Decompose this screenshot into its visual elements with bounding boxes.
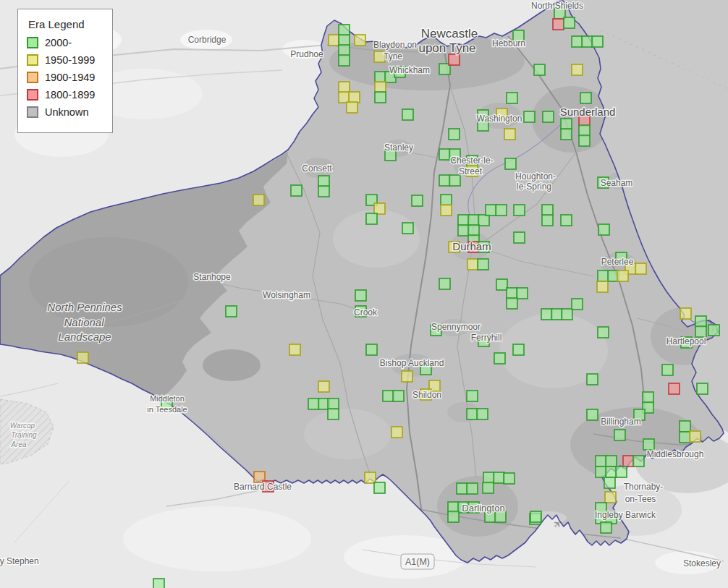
era-square[interactable] <box>339 45 350 56</box>
era-square[interactable] <box>551 309 562 320</box>
era-square[interactable] <box>318 176 329 187</box>
era-square[interactable] <box>318 186 329 197</box>
era-square[interactable] <box>530 511 541 522</box>
era-square[interactable] <box>449 54 460 65</box>
era-square[interactable] <box>524 111 535 122</box>
era-square[interactable] <box>542 215 553 226</box>
era-square[interactable] <box>347 102 357 113</box>
era-square[interactable] <box>374 203 385 214</box>
era-square[interactable] <box>614 430 625 440</box>
era-square[interactable] <box>402 109 413 120</box>
era-square[interactable] <box>383 391 394 401</box>
era-square[interactable] <box>504 129 515 140</box>
era-square[interactable] <box>328 409 339 419</box>
era-square[interactable] <box>513 344 524 355</box>
era-square[interactable] <box>391 427 402 438</box>
era-square[interactable] <box>467 391 478 401</box>
era-square[interactable] <box>587 409 598 420</box>
era-square[interactable] <box>697 383 708 394</box>
era-square[interactable] <box>680 421 690 432</box>
era-square[interactable] <box>365 472 376 483</box>
era-square[interactable] <box>598 327 609 338</box>
era-square[interactable] <box>393 391 404 401</box>
era-square[interactable] <box>597 281 608 292</box>
era-square[interactable] <box>458 225 469 236</box>
era-square[interactable] <box>226 306 237 317</box>
era-square[interactable] <box>318 381 329 392</box>
era-square[interactable] <box>633 456 644 466</box>
era-square[interactable] <box>339 25 350 35</box>
era-square[interactable] <box>291 185 302 196</box>
era-square[interactable] <box>543 111 554 122</box>
era-square[interactable] <box>561 119 572 129</box>
era-square[interactable] <box>375 82 386 93</box>
era-square[interactable] <box>534 64 545 75</box>
era-square[interactable] <box>579 135 590 146</box>
era-square[interactable] <box>616 466 627 477</box>
era-square[interactable] <box>572 36 583 47</box>
era-square[interactable] <box>339 35 350 46</box>
era-square[interactable] <box>587 374 598 385</box>
era-square[interactable] <box>541 309 552 320</box>
era-square[interactable] <box>355 35 365 46</box>
era-square[interactable] <box>328 399 339 409</box>
era-square[interactable] <box>596 466 606 477</box>
era-square[interactable] <box>449 175 460 186</box>
era-square[interactable] <box>623 456 634 466</box>
era-square[interactable] <box>402 371 412 382</box>
era-square[interactable] <box>308 399 319 409</box>
era-square[interactable] <box>483 482 494 493</box>
era-square[interactable] <box>507 93 517 103</box>
era-square[interactable] <box>606 456 617 466</box>
era-square[interactable] <box>579 125 590 136</box>
era-square[interactable] <box>598 270 609 281</box>
era-square[interactable] <box>514 205 525 216</box>
era-square[interactable] <box>643 439 654 450</box>
era-square[interactable] <box>468 215 479 226</box>
era-square[interactable] <box>467 483 478 494</box>
era-square[interactable] <box>375 72 386 82</box>
era-square[interactable] <box>542 205 553 216</box>
era-square[interactable] <box>598 224 609 235</box>
era-square[interactable] <box>339 55 350 66</box>
era-square[interactable] <box>439 149 450 160</box>
era-square[interactable] <box>596 456 606 466</box>
era-square[interactable] <box>708 325 719 336</box>
era-square[interactable] <box>253 195 264 205</box>
era-square[interactable] <box>439 278 450 289</box>
era-square[interactable] <box>635 263 646 274</box>
era-square[interactable] <box>478 259 488 270</box>
era-square[interactable] <box>617 270 628 281</box>
era-square[interactable] <box>441 205 452 216</box>
era-square[interactable] <box>562 309 572 320</box>
era-square[interactable] <box>494 472 504 483</box>
era-square[interactable] <box>483 472 494 483</box>
era-square[interactable] <box>339 82 350 93</box>
era-square[interactable] <box>439 175 450 186</box>
era-square[interactable] <box>355 290 366 301</box>
era-square[interactable] <box>468 225 479 236</box>
era-square[interactable] <box>339 92 350 103</box>
era-square[interactable] <box>412 195 423 206</box>
era-square[interactable] <box>441 195 452 205</box>
era-square[interactable] <box>580 93 591 103</box>
era-square[interactable] <box>695 326 706 337</box>
era-square[interactable] <box>467 259 478 270</box>
era-square[interactable] <box>507 298 517 309</box>
era-square[interactable] <box>458 215 469 226</box>
era-square[interactable] <box>601 522 611 533</box>
era-square[interactable] <box>582 36 593 47</box>
era-square[interactable] <box>643 392 653 403</box>
era-square[interactable] <box>402 223 413 234</box>
era-square[interactable] <box>496 279 507 290</box>
era-square[interactable] <box>467 409 478 419</box>
era-square[interactable] <box>553 19 564 30</box>
era-square[interactable] <box>289 344 300 355</box>
era-square[interactable] <box>329 35 339 46</box>
era-square[interactable] <box>478 215 489 226</box>
era-square[interactable] <box>505 158 516 169</box>
era-square[interactable] <box>564 17 575 28</box>
era-square[interactable] <box>606 466 617 477</box>
era-square[interactable] <box>561 215 572 226</box>
era-square[interactable] <box>366 344 377 355</box>
